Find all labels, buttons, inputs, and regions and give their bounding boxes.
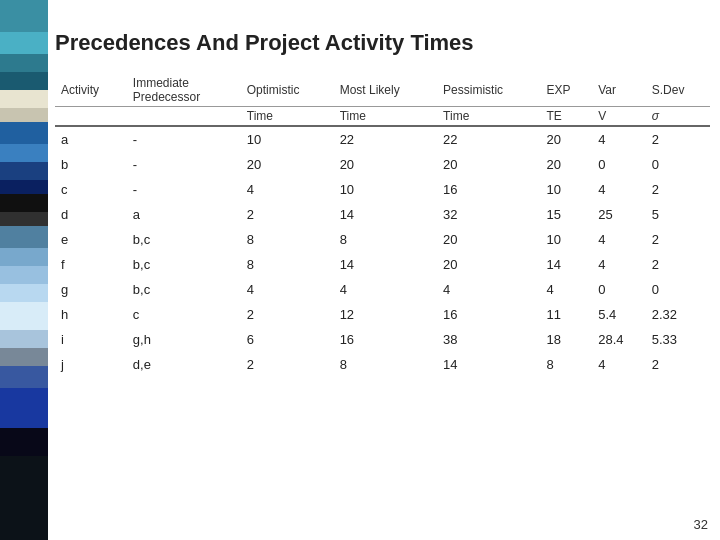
table-cell: 2.32 (646, 302, 710, 327)
table-cell: 14 (334, 252, 437, 277)
table-cell: g (55, 277, 127, 302)
activity-table: Activity ImmediatePredecessor Optimistic… (55, 74, 710, 377)
table-cell: 4 (592, 227, 646, 252)
table-cell: a (55, 126, 127, 152)
table-cell: 0 (592, 152, 646, 177)
table-cell: 4 (592, 252, 646, 277)
table-cell: 20 (540, 152, 592, 177)
table-cell: 0 (592, 277, 646, 302)
table-cell: 38 (437, 327, 540, 352)
col-var-subheader: V (592, 107, 646, 127)
table-row: jd,e2814842 (55, 352, 710, 377)
table-cell: 10 (540, 177, 592, 202)
table-cell: 11 (540, 302, 592, 327)
color-strip (0, 0, 48, 540)
table-cell: 10 (540, 227, 592, 252)
col-mostlikely-subheader: Time (334, 107, 437, 127)
table-cell: 20 (437, 227, 540, 252)
table-cell: 14 (437, 352, 540, 377)
table-cell: 16 (437, 302, 540, 327)
table-cell: e (55, 227, 127, 252)
table-cell: 2 (646, 126, 710, 152)
table-cell: 2 (646, 352, 710, 377)
table-cell: 4 (334, 277, 437, 302)
table-cell: j (55, 352, 127, 377)
table-cell: b,c (127, 227, 241, 252)
page-title: Precedences And Project Activity Times (55, 30, 710, 56)
table-cell: 6 (241, 327, 334, 352)
table-cell: 16 (437, 177, 540, 202)
col-exp-header: EXP (540, 74, 592, 107)
table-cell: 14 (540, 252, 592, 277)
table-cell: 20 (540, 126, 592, 152)
table-cell: 2 (241, 302, 334, 327)
col-optimistic-header: Optimistic (241, 74, 334, 107)
table-cell: 4 (437, 277, 540, 302)
table-cell: 2 (646, 177, 710, 202)
table-cell: 20 (437, 152, 540, 177)
table-cell: 12 (334, 302, 437, 327)
table-cell: 28.4 (592, 327, 646, 352)
table-cell: 4 (592, 126, 646, 152)
table-cell: 5.4 (592, 302, 646, 327)
table-cell: 22 (437, 126, 540, 152)
table-row: da2143215255 (55, 202, 710, 227)
table-cell: 8 (334, 227, 437, 252)
table-cell: - (127, 126, 241, 152)
table-cell: 32 (437, 202, 540, 227)
table-cell: 10 (334, 177, 437, 202)
table-cell: a (127, 202, 241, 227)
table-cell: 8 (241, 227, 334, 252)
table-row: a-1022222042 (55, 126, 710, 152)
table-cell: 0 (646, 277, 710, 302)
table-cell: 8 (241, 252, 334, 277)
col-optimistic-subheader: Time (241, 107, 334, 127)
table-cell: g,h (127, 327, 241, 352)
table-cell: b,c (127, 252, 241, 277)
table-cell: 18 (540, 327, 592, 352)
table-row: gb,c444400 (55, 277, 710, 302)
table-cell: 8 (334, 352, 437, 377)
table-cell: 16 (334, 327, 437, 352)
table-cell: 2 (646, 227, 710, 252)
table-cell: 14 (334, 202, 437, 227)
table-cell: 20 (241, 152, 334, 177)
table-cell: - (127, 177, 241, 202)
table-cell: d,e (127, 352, 241, 377)
table-cell: f (55, 252, 127, 277)
table-cell: 20 (334, 152, 437, 177)
col-activity-subheader (55, 107, 127, 127)
col-mostlikely-header: Most Likely (334, 74, 437, 107)
table-cell: 5 (646, 202, 710, 227)
page-number: 32 (694, 517, 708, 532)
table-cell: 0 (646, 152, 710, 177)
table-cell: c (55, 177, 127, 202)
table-cell: 4 (241, 277, 334, 302)
table-row: fb,c814201442 (55, 252, 710, 277)
col-predecessor-subheader (127, 107, 241, 127)
table-cell: 25 (592, 202, 646, 227)
table-cell: 2 (646, 252, 710, 277)
table-cell: 4 (592, 352, 646, 377)
table-cell: 20 (437, 252, 540, 277)
table-cell: c (127, 302, 241, 327)
table-cell: 4 (592, 177, 646, 202)
table-cell: b (55, 152, 127, 177)
col-pessimistic-header: Pessimistic (437, 74, 540, 107)
col-predecessor-header: ImmediatePredecessor (127, 74, 241, 107)
table-cell: 2 (241, 352, 334, 377)
table-cell: - (127, 152, 241, 177)
table-cell: b,c (127, 277, 241, 302)
table-cell: 2 (241, 202, 334, 227)
table-row: eb,c88201042 (55, 227, 710, 252)
col-pessimistic-subheader: Time (437, 107, 540, 127)
table-cell: 4 (540, 277, 592, 302)
table-cell: d (55, 202, 127, 227)
table-row: c-410161042 (55, 177, 710, 202)
table-row: b-2020202000 (55, 152, 710, 177)
col-var-header: Var (592, 74, 646, 107)
table-cell: 8 (540, 352, 592, 377)
table-row: hc21216115.42.32 (55, 302, 710, 327)
table-cell: 10 (241, 126, 334, 152)
col-exp-subheader: TE (540, 107, 592, 127)
